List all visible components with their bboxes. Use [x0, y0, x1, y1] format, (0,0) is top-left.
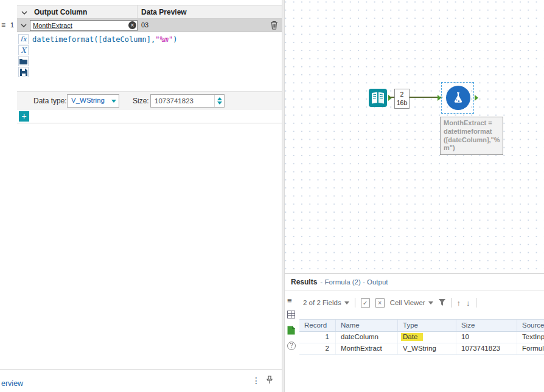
add-expression-row: +: [17, 110, 282, 123]
table-view-icon[interactable]: [287, 311, 295, 320]
output-column-input[interactable]: [30, 20, 138, 31]
output-anchor-icon[interactable]: [475, 95, 478, 101]
cell-record: 1: [299, 332, 336, 343]
left-bottom-bar: erview ⋮: [0, 369, 282, 392]
cell-type: Date: [398, 332, 456, 343]
deselect-all-fields-icon[interactable]: ×: [375, 298, 385, 308]
pin-icon[interactable]: [266, 376, 273, 386]
size-spinner: [150, 94, 225, 108]
connection-size: 16b: [397, 99, 408, 108]
results-side-strip: ≡ ?: [285, 291, 299, 392]
open-expression-icon[interactable]: [18, 56, 29, 66]
cell-source: TextInp: [517, 332, 544, 343]
col-header-record[interactable]: Record: [299, 320, 336, 331]
formula-row-gutter: ≡ 1: [0, 19, 17, 32]
spin-up-icon[interactable]: [217, 97, 222, 100]
metadata-view-icon[interactable]: [287, 326, 295, 337]
formula-expression-row[interactable]: × 03: [17, 19, 282, 32]
workflow-canvas[interactable]: 2 16b MonthExtract = datetimeformat ([da…: [285, 0, 544, 273]
select-all-fields-icon[interactable]: ✓: [361, 298, 370, 308]
drag-handle-icon[interactable]: ≡: [1, 21, 5, 29]
size-input[interactable]: [151, 95, 214, 107]
cell-type: V_WString: [398, 343, 456, 354]
delete-row-icon[interactable]: [270, 21, 278, 32]
results-panel: Results - Formula (2) - Output 2 of 2 Fi…: [285, 273, 544, 392]
variables-button[interactable]: X: [18, 45, 29, 55]
cell-viewer-label: Cell Viewer: [390, 299, 425, 306]
expression-main: datetimeformat([dateColumn],: [32, 35, 155, 44]
functions-button[interactable]: fx: [18, 34, 29, 44]
connection-record-count: 2: [400, 91, 404, 99]
cell-size: 10: [456, 332, 517, 343]
filter-icon[interactable]: [439, 299, 445, 307]
toolbar-divider: [355, 298, 355, 308]
chevron-down-icon: [344, 301, 349, 304]
results-table: Record Name Type Size Source 1 dateColum…: [299, 319, 544, 355]
data-type-strip: Data type: V_WString Size:: [17, 91, 282, 110]
formula-annotation: MonthExtract = datetimeformat ([dateColu…: [440, 117, 503, 155]
clear-column-icon[interactable]: ×: [128, 21, 136, 29]
cell-size: 1073741823: [456, 343, 517, 354]
expression-close: ): [173, 35, 177, 44]
fields-count-label: 2 of 2 Fields: [303, 299, 341, 306]
data-type-label: Data type:: [33, 92, 67, 111]
results-titlebar: Results - Formula (2) - Output: [291, 278, 388, 286]
size-label: Size:: [133, 92, 149, 111]
chevron-down-icon: [428, 301, 433, 304]
results-table-header[interactable]: Record Name Type Size Source: [299, 319, 544, 332]
formula-tool-icon: [446, 86, 470, 110]
cell-source: Formul: [517, 343, 544, 354]
cell-name: dateColumn: [336, 332, 398, 343]
row-number: 1: [10, 21, 14, 29]
chevron-down-icon[interactable]: [21, 11, 27, 15]
col-header-source[interactable]: Source: [517, 320, 544, 331]
move-up-icon[interactable]: ↑: [457, 298, 461, 308]
alteryx-designer-window: Output Column Data Preview ≡ 1 × 03 fx X: [0, 0, 544, 392]
more-options-icon[interactable]: ⋮: [252, 376, 260, 385]
connection-record-badge[interactable]: 2 16b: [394, 89, 410, 109]
col-header-size[interactable]: Size: [456, 320, 517, 331]
help-icon[interactable]: ?: [287, 342, 296, 350]
text-input-tool[interactable]: [368, 88, 388, 108]
highlighted-cell-value: Date: [401, 333, 423, 341]
formula-tool-selected[interactable]: [441, 82, 474, 114]
expression-toolbar: fx X: [18, 34, 29, 78]
list-view-icon[interactable]: ≡: [287, 296, 292, 305]
data-type-dropdown[interactable]: V_WString: [67, 94, 119, 108]
right-panel: 2 16b MonthExtract = datetimeformat ([da…: [285, 0, 544, 392]
data-preview-header: Data Preview: [141, 8, 187, 16]
cell-record: 2: [299, 343, 336, 354]
overview-tab-label[interactable]: erview: [1, 379, 23, 388]
chevron-down-icon[interactable]: [21, 24, 27, 27]
formula-grid-header: Output Column Data Preview: [17, 5, 282, 19]
spin-down-icon[interactable]: [217, 101, 222, 105]
output-column-header: Output Column: [34, 8, 87, 16]
results-toolbar: 2 of 2 Fields ✓ × Cell Viewer ↑ ↓: [303, 291, 544, 314]
results-title: Results: [291, 278, 317, 286]
fields-dropdown[interactable]: 2 of 2 Fields: [303, 299, 349, 306]
data-preview-value: 03: [141, 21, 148, 29]
table-row[interactable]: 2 MonthExtract V_WString 1073741823 Form…: [299, 343, 544, 355]
input-anchor-icon[interactable]: [438, 95, 441, 101]
save-expression-icon[interactable]: [18, 67, 29, 77]
move-down-icon[interactable]: ↓: [466, 298, 470, 308]
toolbar-divider: [451, 298, 452, 308]
expression-editor[interactable]: datetimeformat([dateColumn],"%m"): [32, 35, 177, 44]
toolbar-divider: [476, 298, 476, 308]
table-row[interactable]: 1 dateColumn Date 10 TextInp: [299, 332, 544, 343]
header-column-divider: [137, 5, 138, 18]
data-type-value: V_WString: [71, 97, 105, 104]
cell-viewer-dropdown[interactable]: Cell Viewer: [390, 299, 433, 306]
results-subtitle: - Formula (2) - Output: [320, 278, 388, 286]
expression-string-literal: "%m": [155, 35, 173, 44]
col-header-name[interactable]: Name: [336, 320, 398, 331]
spinner-buttons: [214, 95, 224, 107]
cell-name: MonthExtract: [336, 343, 398, 354]
formula-config-panel: Output Column Data Preview ≡ 1 × 03 fx X: [0, 0, 282, 392]
chevron-down-icon: [111, 100, 116, 103]
col-header-type[interactable]: Type: [398, 320, 456, 331]
output-column-field-wrap: ×: [30, 20, 138, 31]
output-anchor-icon[interactable]: [388, 95, 392, 101]
add-expression-button[interactable]: +: [19, 111, 29, 122]
